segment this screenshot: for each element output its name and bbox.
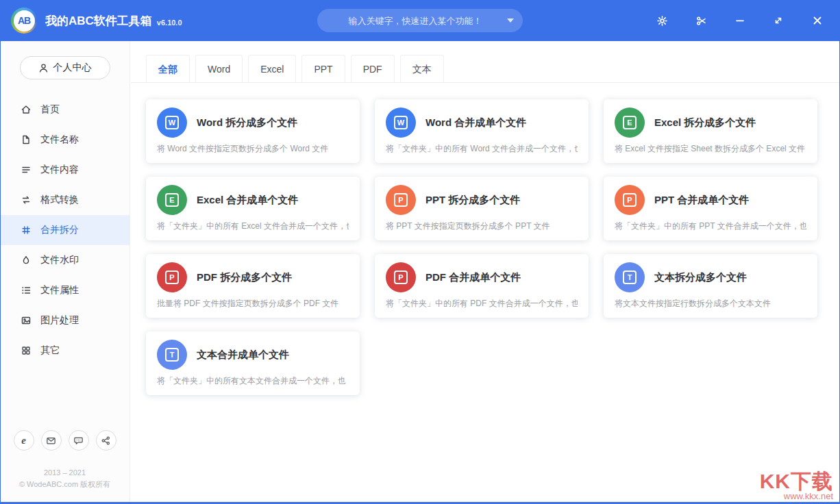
sidebar-item-other[interactable]: 其它 (0, 336, 129, 366)
document-glyph: W (165, 116, 179, 129)
watermark-title: KK下载 (760, 470, 833, 492)
sidebar-item-file-properties[interactable]: 文件属性 (0, 275, 129, 305)
sidebar-item-file-content[interactable]: 文件内容 (0, 155, 129, 185)
tab-excel[interactable]: Excel (248, 55, 296, 82)
sidebar-item-format-convert[interactable]: 格式转换 (0, 185, 129, 215)
card-head: P PDF 拆分成多个文件 (157, 262, 349, 292)
home-icon (21, 104, 32, 115)
card-head: W Word 合并成单个文件 (386, 108, 578, 138)
card-head: T 文本拆分成多个文件 (615, 262, 806, 292)
card-title: 文本合并成单个文件 (197, 349, 289, 362)
document-icon: P (386, 185, 416, 215)
card-desc: 将 Word 文件按指定页数拆分成多个 Word 文件 (157, 143, 349, 155)
card-title: Excel 拆分成多个文件 (654, 116, 756, 129)
tools-button[interactable] (695, 15, 707, 27)
document-glyph: P (394, 193, 408, 207)
convert-icon (21, 194, 32, 205)
card-title: 文本拆分成多个文件 (654, 271, 747, 284)
feature-card[interactable]: E Excel 拆分成多个文件 将 Excel 文件按指定 Sheet 数拆分成… (604, 99, 817, 163)
minimize-button[interactable] (734, 15, 745, 26)
sidebar-item-label: 文件内容 (40, 164, 79, 176)
grid-icon (21, 345, 32, 356)
document-glyph: E (623, 116, 637, 129)
share-icon (101, 436, 111, 446)
profile-button[interactable]: 个人中心 (20, 56, 110, 79)
footer-copyright: © WodeABC.com 版权所有 (0, 479, 129, 490)
watermark: KK下载 www.kkx.net (760, 470, 833, 501)
feature-card[interactable]: T 文本合并成单个文件 将「文件夹」中的所有文本文件合并成一个文件，也 (146, 331, 360, 395)
sidebar-item-home[interactable]: 首页 (0, 94, 129, 125)
chat-button[interactable] (69, 430, 89, 451)
sidebar-item-label: 文件属性 (40, 284, 79, 297)
document-letter: W (397, 118, 404, 127)
document-letter: W (169, 118, 175, 127)
merge-split-icon (21, 225, 32, 236)
document-icon: T (615, 262, 645, 292)
resize-button[interactable] (773, 15, 784, 26)
feature-card[interactable]: W Word 拆分成多个文件 将 Word 文件按指定页数拆分成多个 Word … (146, 99, 360, 163)
tab-all[interactable]: 全部 (146, 55, 190, 82)
document-letter: P (398, 273, 403, 281)
sidebar-item-file-name[interactable]: 文件名称 (0, 125, 129, 155)
sidebar-item-watermark[interactable]: 文件水印 (0, 245, 129, 275)
document-icon: P (615, 185, 645, 215)
chevron-down-icon[interactable] (507, 18, 514, 23)
sidebar: 个人中心 首页 文件名称 文件内容 格式转换 合并拆分 文件水印 文件属性 (0, 41, 130, 504)
card-head: P PDF 合并成单个文件 (386, 262, 578, 292)
sidebar-footer: 2013 – 2021 © WodeABC.com 版权所有 (0, 467, 129, 490)
document-glyph: T (623, 270, 637, 284)
app-title: 我的ABC软件工具箱 (45, 13, 152, 29)
document-glyph: W (394, 116, 408, 129)
person-icon (38, 63, 49, 73)
search-input[interactable] (328, 16, 502, 26)
settings-button[interactable] (656, 15, 668, 27)
feature-card[interactable]: P PPT 拆分成多个文件 将 PPT 文件按指定页数拆分成多个 PPT 文件 (375, 177, 589, 240)
document-letter: P (398, 196, 403, 204)
tab-word[interactable]: Word (195, 55, 243, 82)
list-icon (21, 285, 32, 296)
tab-text[interactable]: 文本 (400, 55, 444, 82)
share-button[interactable] (96, 430, 116, 451)
card-title: PDF 合并成单个文件 (425, 271, 521, 284)
feature-card[interactable]: P PPT 合并成单个文件 将「文件夹」中的所有 PPT 文件合并成一个文件，也 (604, 177, 817, 240)
feature-card[interactable]: P PDF 拆分成多个文件 批量将 PDF 文件按指定页数拆分成多个 PDF 文… (146, 254, 360, 318)
card-desc: 将 Excel 文件按指定 Sheet 数拆分成多个 Excel 文件 (615, 143, 806, 155)
card-desc: 将 PPT 文件按指定页数拆分成多个 PPT 文件 (386, 220, 578, 232)
card-title: PPT 拆分成多个文件 (425, 194, 520, 207)
card-desc: 批量将 PDF 文件按指定页数拆分成多个 PDF 文件 (157, 298, 349, 310)
search-box[interactable] (317, 9, 523, 32)
feature-card[interactable]: T 文本拆分成多个文件 将文本文件按指定行数拆分成多个文本文件 (604, 254, 817, 318)
mail-icon (46, 436, 56, 446)
document-icon: P (386, 262, 416, 292)
document-icon: E (615, 108, 645, 138)
main-content: 全部 Word Excel PPT PDF 文本 W Word 拆分成多个文件 … (131, 41, 840, 504)
close-button[interactable] (811, 14, 824, 27)
browser-button[interactable]: e (14, 430, 34, 451)
sidebar-item-label: 合并拆分 (40, 224, 79, 236)
feature-card[interactable]: E Excel 合并成单个文件 将「文件夹」中的所有 Excel 文件合并成一个… (146, 177, 360, 240)
sidebar-item-merge-split[interactable]: 合并拆分 (0, 215, 129, 245)
feature-card[interactable]: W Word 合并成单个文件 将「文件夹」中的所有 Word 文件合并成一个文件… (375, 99, 589, 163)
card-head: E Excel 合并成单个文件 (157, 185, 349, 215)
tab-pdf[interactable]: PDF (351, 55, 395, 82)
card-head: E Excel 拆分成多个文件 (615, 108, 806, 138)
profile-label: 个人中心 (53, 62, 92, 74)
card-head: P PPT 拆分成多个文件 (386, 185, 578, 215)
document-icon: W (386, 108, 416, 138)
sidebar-menu: 首页 文件名称 文件内容 格式转换 合并拆分 文件水印 文件属性 图片处理 (0, 94, 129, 366)
sidebar-item-label: 格式转换 (40, 194, 79, 206)
card-title: Word 拆分成多个文件 (197, 116, 297, 129)
document-glyph: E (165, 193, 179, 207)
card-desc: 将「文件夹」中的所有文本文件合并成一个文件，也 (157, 375, 349, 387)
document-letter: E (169, 196, 174, 204)
card-head: T 文本合并成单个文件 (157, 340, 349, 370)
feature-card[interactable]: P PDF 合并成单个文件 将「文件夹」中的所有 PDF 文件合并成一个文件，也 (375, 254, 589, 318)
sidebar-item-image-processing[interactable]: 图片处理 (0, 305, 129, 336)
watermark-url: www.kkx.net (760, 492, 833, 501)
document-letter: P (169, 273, 174, 281)
tab-ppt[interactable]: PPT (301, 55, 345, 82)
document-glyph: P (165, 270, 179, 284)
card-desc: 将「文件夹」中的所有 PPT 文件合并成一个文件，也 (615, 220, 806, 232)
mail-button[interactable] (41, 430, 62, 451)
document-icon: W (157, 108, 187, 138)
